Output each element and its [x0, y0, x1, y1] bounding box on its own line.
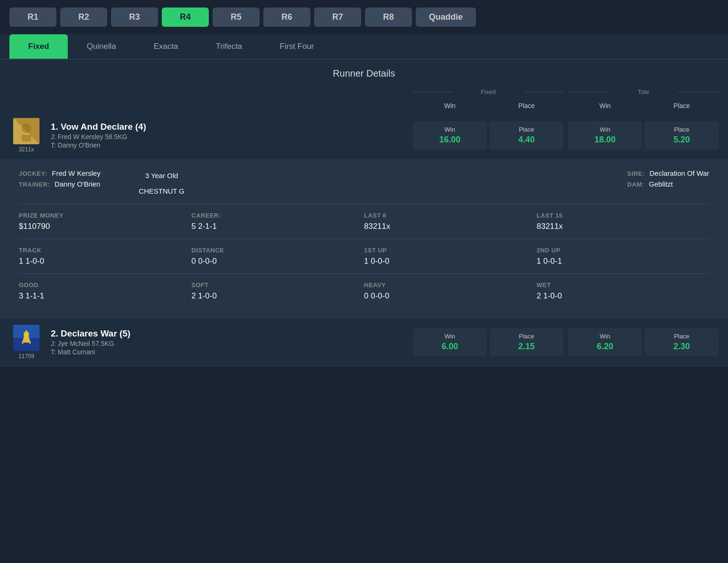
tab-r8[interactable]: R8	[365, 8, 412, 27]
fixed-label: Fixed	[481, 86, 496, 97]
tab-r2[interactable]: R2	[60, 8, 107, 27]
stat-firstup: 1ST UP 1 0-0-0	[364, 239, 537, 274]
runner-2-number: 11759	[9, 353, 43, 360]
tote-win-label: Win	[568, 100, 642, 111]
runner-1-silk: 3211x	[9, 118, 43, 153]
runner-2-tote-win[interactable]: Win 6.20	[568, 328, 642, 356]
stat-last15: LAST 15 83211x	[537, 204, 709, 239]
race-tabs-bar: R1 R2 R3 R4 R5 R6 R7 R8 Quaddie	[0, 0, 728, 34]
runner-1-trainer-row: TRAINER: Danny O'Brien	[19, 180, 101, 188]
tab-r4[interactable]: R4	[162, 8, 209, 27]
runner-1-tote-place[interactable]: Place 5.20	[645, 121, 719, 149]
runner-2-tote-place[interactable]: Place 2.30	[645, 328, 719, 356]
runner-1-number: 3211x	[9, 146, 43, 153]
runner-1-jockey-row: JOCKEY: Fred W Kersley	[19, 169, 101, 177]
tab-r7[interactable]: R7	[314, 8, 361, 27]
runner-2-silk: 11759	[9, 325, 43, 360]
svg-rect-7	[24, 343, 29, 349]
stat-soft: SOFT 2 1-0-0	[191, 274, 364, 308]
runner-1-info: 1. Vow And Declare (4) J: Fred W Kersley…	[51, 122, 405, 149]
bet-tabs-bar: Fixed Quinella Exacta Trifecta First Fou…	[0, 34, 728, 60]
runner-1-tote-win[interactable]: Win 18.00	[568, 121, 642, 149]
silk-image-1	[13, 118, 40, 144]
tab-fixed[interactable]: Fixed	[9, 34, 68, 59]
runner-1-sire-row: SIRE: Declaration Of War	[627, 169, 709, 177]
runner-1-siredam-col: SIRE: Declaration Of War DAM: Geblitzt	[627, 169, 709, 197]
runner-1-dam-row: DAM: Geblitzt	[627, 180, 709, 188]
stat-heavy: HEAVY 0 0-0-0	[364, 274, 537, 308]
tab-quinella[interactable]: Quinella	[68, 34, 135, 59]
runner-2-fixed-odds: Win 6.00 Place 2.15	[413, 328, 563, 356]
runner-2-trainer: T: Matt Cumani	[51, 348, 405, 356]
runner-row-1: 3211x 1. Vow And Declare (4) J: Fred W K…	[0, 111, 728, 160]
runner-2-info: 2. Declares War (5) J: Jye McNeil 57.5KG…	[51, 328, 405, 356]
tote-label: Tote	[638, 86, 649, 97]
stat-good: GOOD 3 1-1-1	[19, 274, 191, 308]
tab-r3[interactable]: R3	[111, 8, 158, 27]
runner-1-fixed-odds: Win 16.00 Place 4.40	[413, 121, 563, 149]
svg-point-2	[22, 124, 31, 133]
tab-quaddie[interactable]: Quaddie	[416, 8, 476, 27]
tab-exacta[interactable]: Exacta	[135, 34, 197, 59]
tab-firstfour[interactable]: First Four	[261, 34, 333, 59]
runner-row-2: 11759 2. Declares War (5) J: Jye McNeil …	[0, 318, 728, 367]
stat-distance: DISTANCE 0 0-0-0	[191, 239, 364, 274]
runner-2-name: 2. Declares War (5)	[51, 328, 405, 339]
fixed-place-label: Place	[490, 100, 563, 111]
section-title: Runner Details	[0, 60, 728, 84]
runner-1-jt-col: JOCKEY: Fred W Kersley TRAINER: Danny O'…	[19, 169, 101, 197]
tab-r5[interactable]: R5	[213, 8, 260, 27]
runner-1-name: 1. Vow And Declare (4)	[51, 122, 405, 132]
runner-1-age-col: 3 Year Old CHESTNUT G	[119, 169, 204, 197]
stat-secondup: 2ND UP 1 0-0-1	[537, 239, 709, 274]
runner-1-trainer: T: Danny O'Brien	[51, 141, 405, 149]
tab-trifecta[interactable]: Trifecta	[197, 34, 261, 59]
svg-point-8	[24, 331, 29, 337]
runner-1-jockey: J: Fred W Kersley 58.5KG	[51, 133, 405, 141]
runner-2-odds: Win 6.00 Place 2.15 Win 6.20 Place 2.30	[413, 328, 719, 356]
svg-rect-3	[22, 135, 31, 141]
fixed-win-label: Win	[413, 100, 487, 111]
runner-2-fixed-win[interactable]: Win 6.00	[413, 328, 487, 356]
runner-1-fixed-win[interactable]: Win 16.00	[413, 121, 487, 149]
silk-image-2	[13, 325, 40, 351]
runner-1-details-top: JOCKEY: Fred W Kersley TRAINER: Danny O'…	[19, 169, 709, 204]
column-headers: Fixed Win Place Tote Win Place	[0, 84, 728, 111]
runner-1-stats-grid: PRIZE MONEY $110790 CAREER: 5 2-1-1 LAST…	[19, 204, 709, 308]
tab-r6[interactable]: R6	[263, 8, 310, 27]
tote-place-label: Place	[645, 100, 719, 111]
runner-1-details: JOCKEY: Fred W Kersley TRAINER: Danny O'…	[0, 160, 728, 318]
runner-1-fixed-place[interactable]: Place 4.40	[490, 121, 563, 149]
stat-wet: WET 2 1-0-0	[537, 274, 709, 308]
runner-1-tote-odds: Win 18.00 Place 5.20	[568, 121, 719, 149]
stat-prize-money: PRIZE MONEY $110790	[19, 204, 191, 239]
runner-2-tote-odds: Win 6.20 Place 2.30	[568, 328, 719, 356]
stat-track: TRACK 1 1-0-0	[19, 239, 191, 274]
runner-2-fixed-place[interactable]: Place 2.15	[490, 328, 563, 356]
tab-r1[interactable]: R1	[9, 8, 56, 27]
stat-career: CAREER: 5 2-1-1	[191, 204, 364, 239]
stat-last6: LAST 6 83211x	[364, 204, 537, 239]
runner-1-odds: Win 16.00 Place 4.40 Win 18.00 Place 5.2…	[413, 121, 719, 149]
runner-2-jockey: J: Jye McNeil 57.5KG	[51, 340, 405, 347]
